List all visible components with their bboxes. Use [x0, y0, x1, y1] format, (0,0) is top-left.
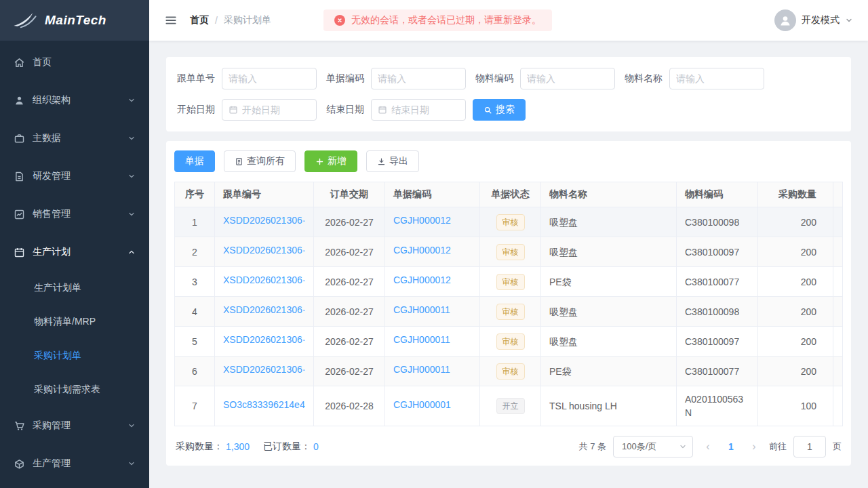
- sidebar-item[interactable]: 主数据: [0, 119, 149, 157]
- sidebar-item[interactable]: 研发管理: [0, 157, 149, 195]
- table-row[interactable]: 1XSDD2026021306··2026-02-27CGJH000012审核吸…: [175, 207, 843, 237]
- order-no-cell: XSDD2026021306··: [215, 357, 314, 386]
- goto-page-input[interactable]: [793, 436, 826, 458]
- material-name-cell: PE袋: [541, 267, 677, 297]
- page-number-button[interactable]: 1: [723, 437, 739, 456]
- order-no-link[interactable]: XSDD2026021306··: [223, 333, 305, 346]
- filter-grid: 跟单单号单据编码物料编码物料名称开始日期结束日期搜索: [174, 68, 843, 130]
- query-all-button[interactable]: 查询所有: [224, 150, 296, 172]
- sidebar-subitem[interactable]: 采购计划单: [0, 339, 149, 373]
- document-button[interactable]: 单据: [174, 150, 215, 172]
- page-size-select[interactable]: 100条/页: [613, 436, 693, 458]
- doc-no-link[interactable]: CGJH000011: [393, 303, 450, 317]
- order-no-link[interactable]: XSDD2026021306··: [223, 273, 305, 287]
- search-button[interactable]: 搜索: [473, 99, 526, 121]
- main-area: 首页 / 采购计划单 无效的会话，或者会话已过期，请重新登录。 开发模式 跟单单…: [149, 0, 868, 488]
- sidebar-item[interactable]: 采购管理: [0, 407, 149, 445]
- sidebar-item[interactable]: 生产计划: [0, 233, 149, 271]
- text-input[interactable]: [371, 68, 466, 89]
- order-no-link[interactable]: XSDD2026021306··: [223, 243, 305, 257]
- sidebar-item-label: 研发管理: [33, 170, 120, 182]
- table-row[interactable]: 7SO3c833396214e402026-02-28CGJH000001开立T…: [175, 386, 843, 426]
- sidebar-subitem[interactable]: 采购计划需求表: [0, 373, 149, 407]
- delivery-date-cell: 2026-02-27: [314, 357, 385, 386]
- material-code-cell: A0201100563N: [677, 386, 758, 426]
- spacer-cell: [833, 357, 843, 386]
- input-field[interactable]: [242, 104, 310, 115]
- date-input[interactable]: [371, 99, 466, 121]
- status-badge: 审核: [496, 304, 525, 320]
- seq-cell: 2: [175, 237, 215, 267]
- status-badge: 审核: [496, 333, 525, 350]
- text-input[interactable]: [520, 68, 615, 89]
- table-row[interactable]: 5XSDD2026021306··2026-02-27CGJH000011审核吸…: [175, 327, 843, 357]
- doc-no-link[interactable]: CGJH000012: [393, 243, 451, 257]
- page-size-value: 100条/页: [622, 441, 656, 453]
- breadcrumb-home[interactable]: 首页: [190, 14, 209, 26]
- user-menu[interactable]: 开发模式: [774, 9, 853, 31]
- menu-toggle-icon[interactable]: [164, 14, 178, 27]
- order-no-link[interactable]: XSDD2026021306··: [223, 363, 305, 376]
- qty-cell: 200: [758, 237, 833, 267]
- chevron-down-icon: [127, 134, 136, 142]
- table-row[interactable]: 6XSDD2026021306··2026-02-27CGJH000011审核P…: [175, 357, 843, 386]
- sidebar-item[interactable]: 组织架构: [0, 81, 149, 119]
- seq-cell: 7: [175, 386, 215, 426]
- filter-field: 物料名称: [622, 68, 764, 89]
- order-no-cell: XSDD2026021306··: [215, 207, 314, 237]
- date-input[interactable]: [222, 99, 317, 121]
- table-header-row: 序号跟单编号订单交期单据编码单据状态物料名称物料编码采购数量: [175, 182, 843, 207]
- sidebar-subitem[interactable]: 生产计划单: [0, 271, 149, 305]
- input-field[interactable]: [676, 73, 757, 84]
- status-badge: 审核: [496, 244, 525, 260]
- input-field[interactable]: [378, 73, 459, 84]
- add-button[interactable]: 新增: [304, 150, 357, 172]
- delivery-date-cell: 2026-02-27: [314, 207, 385, 237]
- order-no-link[interactable]: XSDD2026021306··: [223, 214, 305, 227]
- brand-logo-icon: [11, 9, 41, 32]
- breadcrumb-separator: /: [215, 15, 218, 26]
- table-row[interactable]: 4XSDD2026021306··2026-02-27CGJH000011审核吸…: [175, 297, 843, 327]
- input-field[interactable]: [391, 104, 459, 115]
- spacer-cell: [833, 327, 843, 357]
- sidebar-item[interactable]: 生产管理: [0, 445, 149, 483]
- order-no-link[interactable]: SO3c833396214e40: [223, 398, 305, 411]
- sidebar-subitem-label: 生产计划单: [34, 282, 81, 294]
- avatar: [774, 9, 796, 31]
- table-row[interactable]: 2XSDD2026021306··2026-02-27CGJH000012审核吸…: [175, 237, 843, 267]
- input-field[interactable]: [229, 73, 310, 84]
- order-no-cell: XSDD2026021306··: [215, 267, 314, 297]
- search-button-label: 搜索: [496, 104, 515, 116]
- column-header: 订单交期: [314, 182, 385, 207]
- status-badge: 开立: [496, 398, 525, 414]
- export-button[interactable]: 导出: [366, 150, 419, 172]
- sidebar-item[interactable]: 销售管理: [0, 195, 149, 233]
- doc-no-cell: CGJH000011: [385, 327, 480, 357]
- doc-no-link[interactable]: CGJH000001: [393, 398, 451, 411]
- prev-page-button[interactable]: ‹: [700, 437, 716, 456]
- doc-no-link[interactable]: CGJH000011: [393, 333, 450, 346]
- sidebar-item[interactable]: 首页: [0, 43, 149, 81]
- text-input[interactable]: [222, 68, 317, 89]
- doc-no-link[interactable]: CGJH000012: [393, 214, 451, 227]
- text-input[interactable]: [669, 68, 764, 89]
- table-row[interactable]: 3XSDD2026021306··2026-02-27CGJH000012审核P…: [175, 267, 843, 297]
- spacer-cell: [833, 207, 843, 237]
- order-no-link[interactable]: XSDD2026021306··: [223, 303, 305, 317]
- calendar-icon: [229, 105, 238, 115]
- sidebar-subitem[interactable]: 物料清单/MRP: [0, 305, 149, 339]
- column-header: [833, 182, 843, 207]
- purchase-qty-value: 1,300: [226, 441, 250, 452]
- chevron-down-icon: [127, 172, 136, 180]
- input-field[interactable]: [527, 73, 608, 84]
- goto-label: 前往: [769, 441, 787, 453]
- chevron-down-icon: [127, 422, 136, 430]
- doc-no-link[interactable]: CGJH000012: [393, 273, 451, 287]
- brand-logo[interactable]: MainTech: [0, 0, 149, 41]
- doc-no-link[interactable]: CGJH000011: [393, 363, 450, 376]
- goto-suffix: 页: [833, 441, 842, 453]
- seq-cell: 3: [175, 267, 215, 297]
- filter-field: 结束日期: [323, 99, 466, 121]
- next-page-button[interactable]: ›: [746, 437, 762, 456]
- material-code-cell: C380100098: [677, 297, 758, 327]
